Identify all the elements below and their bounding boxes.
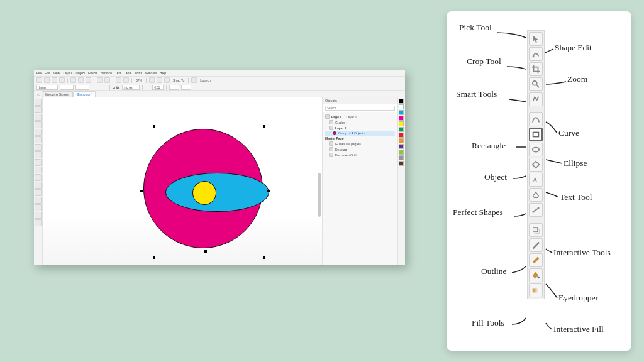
desktop-row[interactable]: Desktop: [325, 146, 395, 152]
menu-help[interactable]: Help: [160, 72, 166, 75]
home-icon[interactable]: ⌂: [35, 93, 42, 97]
swatch[interactable]: [399, 161, 404, 166]
dup-x[interactable]: [169, 85, 179, 90]
toolbar-sep: [131, 78, 132, 83]
copy-button[interactable]: [78, 77, 84, 83]
launch-dropdown[interactable]: Launch: [199, 79, 211, 82]
new-button[interactable]: [36, 77, 42, 83]
menu-table[interactable]: Table: [124, 72, 131, 75]
ellipse-tool[interactable]: [35, 144, 42, 151]
page-width[interactable]: [60, 85, 74, 90]
master-page-row[interactable]: Master Page: [325, 136, 395, 141]
property-bar: Letter Units: inches 0.01: [34, 84, 405, 91]
menu-window[interactable]: Window: [145, 72, 157, 75]
tab-document[interactable]: Group.cdr*: [73, 91, 96, 97]
selection-handle[interactable]: [263, 256, 265, 259]
guides-icon: [329, 141, 333, 146]
units-dropdown[interactable]: inches: [122, 85, 140, 90]
polygon-tool[interactable]: [35, 151, 42, 158]
canvas[interactable]: [43, 97, 322, 265]
swatch[interactable]: [399, 138, 404, 143]
cut-button[interactable]: [70, 77, 76, 83]
selection-handle[interactable]: [267, 190, 270, 192]
blue-ellipse-shape[interactable]: [165, 173, 269, 212]
layer-row[interactable]: Layer 1: [325, 125, 395, 131]
portrait-button[interactable]: [95, 85, 100, 90]
eyedropper-tool[interactable]: [35, 204, 42, 211]
menu-effects[interactable]: Effects: [88, 72, 97, 75]
redo-button[interactable]: [104, 77, 110, 83]
swatch[interactable]: [399, 104, 404, 109]
swatch[interactable]: [399, 121, 404, 126]
export-button[interactable]: [123, 77, 129, 83]
fullscreen-button[interactable]: [149, 77, 155, 83]
zoom-level[interactable]: 37%: [135, 79, 143, 82]
propbar-sep: [166, 85, 167, 90]
paste-button[interactable]: [86, 77, 91, 83]
rectangle-tool[interactable]: [35, 136, 42, 143]
print-button[interactable]: [59, 77, 65, 83]
propbar-sep: [142, 85, 143, 90]
swatch[interactable]: [399, 155, 404, 160]
menu-text[interactable]: Text: [115, 72, 121, 75]
toolbar-sep: [67, 78, 68, 83]
swatch[interactable]: [399, 133, 404, 138]
crop-tool[interactable]: [35, 114, 42, 121]
pick-tool[interactable]: [35, 99, 42, 106]
snap-to-dropdown[interactable]: Snap To: [172, 79, 186, 82]
group-row[interactable]: Group of 4 Objects: [325, 131, 395, 136]
open-button[interactable]: [44, 77, 50, 83]
menu-view[interactable]: View: [53, 72, 60, 75]
undo-button[interactable]: [97, 77, 103, 83]
selection-handle[interactable]: [263, 125, 265, 128]
landscape-button[interactable]: [102, 85, 107, 90]
rulers-button[interactable]: [157, 77, 162, 83]
vertical-scrollbar[interactable]: [318, 173, 321, 217]
swatch[interactable]: [399, 127, 404, 132]
document-grid-row[interactable]: Document Grid: [325, 152, 395, 158]
swatch[interactable]: [399, 144, 404, 149]
menu-object[interactable]: Object: [75, 72, 84, 75]
nudge-distance[interactable]: 0.01: [152, 85, 164, 90]
page-row[interactable]: Page 1 Layer 1: [325, 114, 395, 119]
guides-row[interactable]: Guides: [325, 119, 395, 125]
selection-handle[interactable]: [153, 256, 155, 259]
transparency-tool[interactable]: [35, 197, 42, 204]
yellow-circle-shape[interactable]: [192, 181, 216, 205]
tab-welcome[interactable]: Welcome Screen: [42, 91, 73, 97]
swatch[interactable]: [399, 116, 404, 121]
dup-y[interactable]: [181, 85, 191, 90]
guides-icon: [329, 120, 333, 124]
selection-handle[interactable]: [204, 250, 207, 253]
freehand-tool[interactable]: [35, 129, 42, 136]
fill-tool[interactable]: [35, 212, 42, 219]
menu-edit[interactable]: Edit: [45, 72, 50, 75]
menu-tools[interactable]: Tools: [135, 72, 142, 75]
swatch[interactable]: [399, 110, 404, 115]
swatch[interactable]: [399, 99, 404, 104]
coreldraw-window: File Edit View Layout Object Effects Bit…: [34, 70, 405, 265]
dropshadow-tool[interactable]: [35, 189, 42, 196]
save-button[interactable]: [52, 77, 57, 83]
selection-handle[interactable]: [140, 190, 143, 192]
menu-layout[interactable]: Layout: [63, 72, 72, 75]
page-height[interactable]: [75, 85, 89, 90]
guides-all-row[interactable]: Guides (all pages): [325, 141, 395, 146]
objects-search[interactable]: [325, 106, 395, 111]
import-button[interactable]: [116, 77, 121, 83]
menu-file[interactable]: File: [36, 72, 42, 75]
grid-button[interactable]: [164, 77, 170, 83]
menu-bitmaps[interactable]: Bitmaps: [101, 72, 112, 75]
selection-handle[interactable]: [153, 125, 155, 128]
interactive-fill-tool[interactable]: [35, 219, 42, 226]
connector-tool[interactable]: [35, 182, 42, 189]
options-button[interactable]: [191, 77, 197, 83]
standard-toolbar: 37% Snap To Launch: [34, 77, 405, 84]
table-tool[interactable]: [35, 167, 42, 173]
zoom-tool[interactable]: [35, 121, 42, 128]
dimension-tool[interactable]: [35, 174, 42, 181]
swatch[interactable]: [399, 150, 404, 155]
page-preset[interactable]: Letter: [36, 85, 58, 90]
text-tool[interactable]: [35, 159, 42, 166]
shape-tool[interactable]: [35, 106, 42, 113]
